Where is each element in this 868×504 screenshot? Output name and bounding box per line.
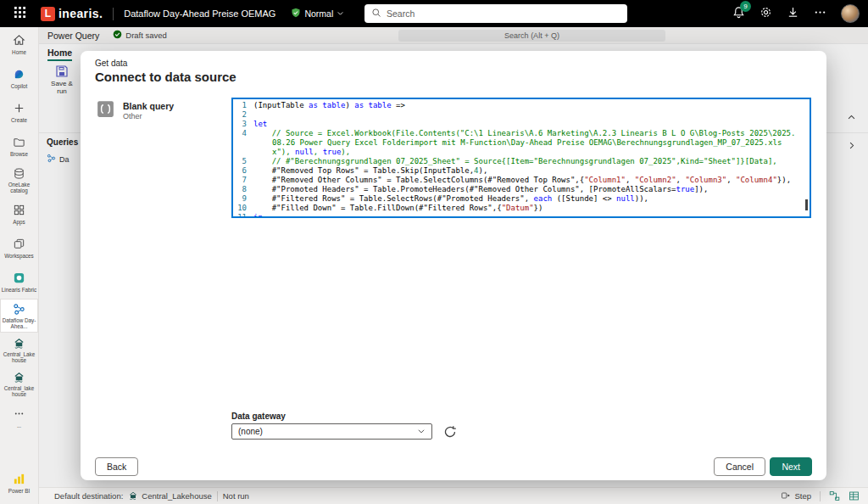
sidebar-item-label: Browse (10, 151, 28, 157)
user-avatar[interactable] (841, 4, 860, 23)
back-button[interactable]: Back (95, 457, 138, 476)
refresh-gateways-button[interactable] (443, 425, 457, 439)
sidebar-item-power-bi[interactable]: Power BI (0, 466, 38, 500)
step-label: Step (794, 491, 811, 501)
sidebar-item[interactable]: Dataflow Day-Ahea... (0, 299, 38, 333)
chevron-down-icon (337, 8, 344, 19)
browse-icon (13, 136, 26, 149)
step-button[interactable]: Step (781, 490, 811, 502)
sidebar-item-label: Copilot (11, 83, 28, 89)
search-icon (371, 8, 381, 20)
global-search-input[interactable]: Search (364, 4, 627, 23)
line-number: 8 (233, 185, 253, 194)
code-line[interactable]: 4 // Source = Excel.Workbook(File.Conten… (233, 129, 810, 157)
sidebar-item[interactable]: ... (0, 400, 38, 434)
editor-scrollbar-thumb[interactable] (805, 199, 808, 210)
code-line[interactable]: 2 (233, 110, 810, 120)
destination-chip[interactable]: Central_Lakehouse (128, 490, 211, 502)
code-line-content: #"Removed Top Rows" = Table.Skip(InputTa… (253, 166, 810, 176)
code-line[interactable]: 9 #"Filtered Rows" = Table.SelectRows(#"… (233, 194, 810, 204)
lakehouse-icon (128, 490, 138, 502)
sidebar-item[interactable]: Copilot (0, 61, 38, 95)
selected-source-item[interactable]: Blank query Other (95, 98, 174, 123)
code-line[interactable]: 11in (233, 213, 810, 218)
dialog-title: Connect to data source (95, 70, 236, 84)
copilot-icon (13, 68, 26, 81)
status-right: Step (781, 490, 860, 502)
sidebar-item-label: Apps (13, 219, 25, 225)
sidebar-item[interactable]: Workspaces (0, 231, 38, 265)
code-line[interactable]: 3let (233, 120, 810, 129)
default-destination-label: Default destination: (54, 491, 123, 501)
app-launcher-button[interactable] (0, 0, 39, 27)
code-line[interactable]: 6 #"Removed Top Rows" = Table.Skip(Input… (233, 166, 810, 176)
sidebar-item[interactable]: Central_Lake house (0, 333, 38, 367)
gear-icon (760, 6, 772, 22)
shield-icon (291, 8, 301, 20)
connect-data-source-dialog: Get data Connect to data source Blank qu… (81, 51, 826, 480)
code-line-content: #"Filled Down" = Table.FillDown(#"Filter… (253, 204, 810, 213)
sidebar-item-label: Home (12, 49, 26, 55)
settings-button[interactable] (760, 6, 772, 22)
sidebar-item-label: ... (17, 423, 21, 428)
line-number: 7 (233, 176, 253, 185)
code-line[interactable]: 8 #"Promoted Headers" = Table.PromoteHea… (233, 185, 810, 194)
apps-icon (13, 204, 26, 217)
line-number: 10 (233, 204, 253, 213)
code-line-content: #"Promoted Headers" = Table.PromoteHeade… (253, 185, 810, 194)
search-placeholder: Search (387, 8, 415, 19)
line-number: 1 (233, 101, 253, 110)
line-number: 9 (233, 194, 253, 204)
sidebar-item[interactable]: Central_lake house (0, 367, 38, 400)
source-subtitle: Other (123, 112, 174, 120)
download-button[interactable] (787, 6, 799, 22)
code-line[interactable]: 10 #"Filled Down" = Table.FillDown(#"Fil… (233, 204, 810, 213)
sidebar-item[interactable]: Apps (0, 197, 38, 231)
next-button[interactable]: Next (770, 457, 812, 476)
code-line-content: #"Removed Other Columns" = Table.SelectC… (253, 176, 810, 185)
sidebar-item-label: Central_lake house (1, 385, 38, 397)
dialog-eyebrow: Get data (95, 59, 127, 68)
sidebar-item-label: Linearis Fabric (2, 287, 36, 293)
sensitivity-label-button[interactable]: Normal (291, 8, 344, 20)
data-gateway-select[interactable]: (none) (231, 423, 432, 440)
code-line-content: (InputTable as table) as table => (253, 101, 810, 110)
lakehouse-icon (13, 336, 26, 350)
sidebar-item-label: Workspaces (4, 253, 34, 259)
sidebar-item-label: OneLake catalog (1, 182, 38, 193)
sidebar-item-label: Power BI (8, 488, 31, 494)
onelake-icon (13, 166, 26, 180)
sidebar-item[interactable]: Browse (0, 129, 38, 163)
sidebar-item-label: Dataflow Day-Ahea... (1, 317, 38, 329)
cancel-button[interactable]: Cancel (714, 457, 765, 476)
linearis-logo[interactable]: L inearis. (41, 7, 103, 21)
more-options-button[interactable] (814, 6, 826, 22)
sidebar-items: HomeCopilotCreateBrowseOneLake catalogAp… (0, 27, 38, 434)
line-number: 5 (233, 157, 253, 166)
ellipsis-icon (814, 6, 826, 22)
download-icon (787, 6, 799, 22)
table-view-icon[interactable] (849, 490, 860, 501)
code-line[interactable]: 7 #"Removed Other Columns" = Table.Selec… (233, 176, 810, 185)
workspaces-icon (13, 238, 26, 251)
sidebar-item[interactable]: OneLake catalog (0, 163, 38, 197)
sidebar-item[interactable]: Linearis Fabric (0, 265, 38, 299)
m-code-editor[interactable]: 1(InputTable as table) as table =>23let4… (231, 98, 811, 218)
line-number: 2 (233, 110, 253, 120)
dataflow-icon (13, 302, 26, 316)
code-line-content: let (253, 120, 810, 129)
line-number: 6 (233, 166, 253, 176)
status-divider (820, 491, 821, 501)
status-bar: Default destination: Central_Lakehouse N… (39, 487, 868, 504)
code-line[interactable]: 1(InputTable as table) as table => (233, 101, 810, 110)
diagram-view-icon[interactable] (829, 490, 840, 501)
sidebar-item[interactable]: Home (0, 27, 38, 61)
source-name: Blank query (123, 101, 174, 111)
notifications-button[interactable]: 9 (732, 6, 745, 22)
sidebar-item[interactable]: Create (0, 95, 38, 129)
topbar-divider (113, 8, 114, 20)
code-line[interactable]: 5 // #"Berechnungsgrundlagen 07_2025_She… (233, 157, 810, 166)
sidebar-item-label: Central_Lake house (1, 351, 38, 363)
data-gateway-label: Data gateway (231, 412, 286, 421)
powerbi-icon (13, 473, 26, 486)
